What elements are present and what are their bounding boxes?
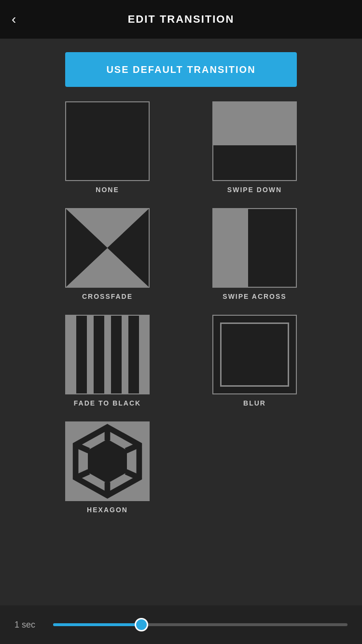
swipe-down-label: SWIPE DOWN [227,186,282,194]
default-transition-section: USE DEFAULT TRANSITION [0,39,362,92]
blur-icon [212,315,297,394]
fade-to-black-icon [65,315,150,394]
crossfade-label: CROSSFADE [82,293,133,300]
blur-label: BLUR [243,399,266,407]
transitions-grid: NONE SWIPE DOWN CROSSFADE [0,92,362,514]
duration-slider-track [53,623,348,626]
page-title: EDIT TRANSITION [128,13,235,26]
none-icon [65,101,150,181]
swipe-across-icon [212,208,297,288]
fade-to-black-label: FADE TO BLACK [74,399,141,407]
none-label: NONE [96,186,119,194]
back-button[interactable]: ‹ [12,12,16,27]
transition-crossfade[interactable]: CROSSFADE [34,208,181,300]
transition-hexagon[interactable]: HEXAGON [34,421,181,514]
header: ‹ EDIT TRANSITION [0,0,362,39]
slider-label: 1 sec [14,620,43,630]
transition-blur[interactable]: BLUR [181,315,328,407]
hexagon-icon [65,421,150,501]
swipe-down-icon [212,101,297,181]
crossfade-icon [65,208,150,288]
transition-none[interactable]: NONE [34,101,181,194]
slider-section: 1 sec [0,605,362,644]
transition-fade-to-black[interactable]: FADE TO BLACK [34,315,181,407]
hexagon-label: HEXAGON [87,506,128,514]
transition-swipe-down[interactable]: SWIPE DOWN [181,101,328,194]
svg-marker-5 [89,440,126,482]
use-default-transition-button[interactable]: USE DEFAULT TRANSITION [65,52,297,87]
swipe-across-label: SWIPE ACROSS [223,293,286,300]
transition-swipe-across[interactable]: SWIPE ACROSS [181,208,328,300]
